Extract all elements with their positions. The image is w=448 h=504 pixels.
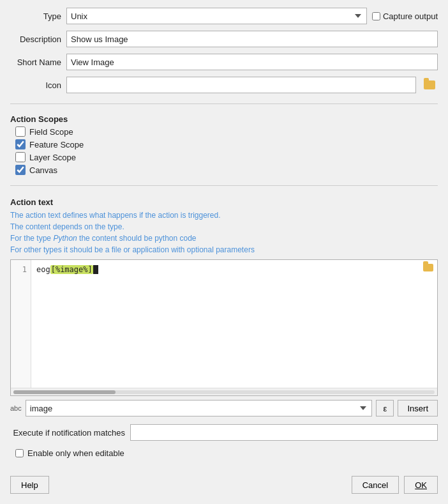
editable-checkbox[interactable] bbox=[15, 449, 24, 457]
info-line-3-prefix: For the type bbox=[10, 234, 53, 243]
line-number-1: 1 bbox=[15, 265, 27, 274]
short-name-row: Short Name bbox=[10, 54, 438, 70]
insert-select[interactable]: image bbox=[26, 400, 373, 416]
folder-icon bbox=[424, 80, 435, 89]
code-content[interactable]: eog [%image%] bbox=[31, 260, 437, 388]
info-line-3: For the type Python the content should b… bbox=[10, 233, 438, 244]
icon-row: Icon bbox=[10, 77, 438, 93]
line-numbers: 1 bbox=[11, 260, 31, 388]
feature-scope-label: Feature Scope bbox=[29, 140, 84, 149]
description-row: Description bbox=[10, 31, 438, 47]
execute-label: Execute if notification matches bbox=[10, 428, 125, 438]
icon-folder-button[interactable] bbox=[421, 78, 438, 92]
abc-label: abc bbox=[10, 404, 22, 412]
scope-item-field: Field Scope bbox=[15, 126, 438, 137]
field-scope-checkbox[interactable] bbox=[15, 126, 26, 137]
editor-folder-icon bbox=[423, 264, 433, 271]
canvas-checkbox[interactable] bbox=[15, 165, 26, 175]
type-row: Type Unix Capture output bbox=[10, 8, 438, 24]
scope-item-layer: Layer Scope bbox=[15, 152, 438, 162]
type-label: Type bbox=[10, 11, 61, 21]
bottom-buttons: Help Cancel OK bbox=[10, 468, 438, 494]
description-input[interactable] bbox=[66, 31, 438, 47]
ok-button[interactable]: OK bbox=[404, 476, 438, 494]
action-scopes-title: Action Scopes bbox=[10, 114, 438, 124]
layer-scope-label: Layer Scope bbox=[29, 153, 76, 162]
scopes-list: Field Scope Feature Scope Layer Scope Ca… bbox=[15, 126, 438, 175]
divider-1 bbox=[10, 103, 438, 104]
field-scope-label: Field Scope bbox=[29, 127, 73, 137]
scrollbar-track[interactable] bbox=[13, 390, 435, 394]
editable-label: Enable only when editable bbox=[27, 448, 124, 458]
insert-row: abc image ε Insert bbox=[10, 400, 438, 416]
action-text-title: Action text bbox=[10, 197, 438, 207]
info-line-2: The content depends on the type. bbox=[10, 221, 438, 233]
code-highlight: [%image%] bbox=[50, 265, 93, 274]
action-text-info: The action text defines what happens if … bbox=[10, 210, 438, 256]
scrollbar-thumb[interactable] bbox=[13, 390, 116, 394]
cursor-block bbox=[93, 265, 98, 274]
description-label: Description bbox=[10, 34, 61, 44]
type-select[interactable]: Unix bbox=[66, 8, 367, 24]
feature-scope-checkbox[interactable] bbox=[15, 139, 26, 149]
help-button[interactable]: Help bbox=[10, 476, 49, 494]
editor-folder-button[interactable] bbox=[422, 263, 435, 273]
icon-label: Icon bbox=[10, 80, 61, 90]
scrollbar-area[interactable] bbox=[11, 388, 437, 395]
btn-group: Cancel OK bbox=[352, 476, 438, 494]
execute-row: Execute if notification matches bbox=[10, 424, 438, 441]
code-line-1: eog [%image%] bbox=[36, 265, 432, 274]
action-text-section: Action text The action text defines what… bbox=[10, 197, 438, 416]
capture-output-checkbox[interactable] bbox=[372, 12, 380, 20]
layer-scope-checkbox[interactable] bbox=[15, 152, 26, 162]
divider-2 bbox=[10, 185, 438, 186]
short-name-input[interactable] bbox=[66, 54, 438, 70]
capture-output-label[interactable]: Capture output bbox=[372, 11, 438, 21]
canvas-label: Canvas bbox=[29, 165, 57, 175]
insert-button[interactable]: Insert bbox=[398, 400, 438, 416]
info-line-3-italic: Python bbox=[53, 234, 77, 243]
editable-row: Enable only when editable bbox=[15, 448, 438, 458]
info-line-3-suffix: the content should be python code bbox=[77, 234, 197, 243]
scope-item-canvas: Canvas bbox=[15, 165, 438, 175]
scope-item-feature: Feature Scope bbox=[15, 139, 438, 149]
icon-input[interactable] bbox=[66, 77, 416, 93]
execute-input[interactable] bbox=[130, 424, 438, 441]
action-scopes-section: Action Scopes Field Scope Feature Scope … bbox=[10, 112, 438, 178]
cancel-button[interactable]: Cancel bbox=[352, 476, 399, 494]
epsilon-button[interactable]: ε bbox=[376, 400, 394, 416]
code-editor-inner: 1 eog [%image%] bbox=[11, 260, 437, 388]
code-text: eog bbox=[36, 265, 50, 274]
editor-folder-area bbox=[422, 263, 435, 273]
info-line-1: The action text defines what happens if … bbox=[10, 210, 438, 221]
info-line-4: For other types it should be a file or a… bbox=[10, 244, 438, 256]
code-editor[interactable]: 1 eog [%image%] bbox=[10, 259, 438, 396]
short-name-label: Short Name bbox=[10, 57, 61, 67]
